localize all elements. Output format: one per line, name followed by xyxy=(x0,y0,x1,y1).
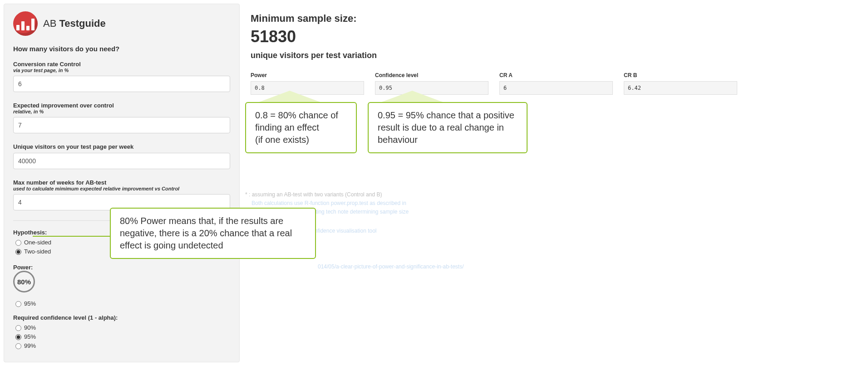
confidence-radio-99[interactable] xyxy=(15,343,21,349)
hypothesis-two-label: Two-sided xyxy=(24,248,51,255)
callout-power-explanation: 80% Power means that, if the results are… xyxy=(110,208,316,259)
visitors-label: Unique visitors on your test page per we… xyxy=(13,143,230,150)
brand-text: AB Testguide xyxy=(43,18,106,29)
visitors-input[interactable] xyxy=(13,153,230,169)
improvement-label: Expected improvement over control xyxy=(13,102,230,109)
weeks-group: Max number of weeks for AB-test used to … xyxy=(13,179,230,210)
improvement-group: Expected improvement over control relati… xyxy=(13,102,230,133)
result-number: 51830 xyxy=(251,27,850,46)
confidence-radio-95[interactable] xyxy=(15,334,21,340)
conversion-label: Conversion rate Control xyxy=(13,61,230,68)
readout-row: Power 0.8 Confidence level 0.95 CR A 6 C… xyxy=(251,72,850,95)
main-panel: Minimum sample size: 51830 unique visito… xyxy=(240,0,868,131)
triangle-decoration-1 xyxy=(258,91,321,102)
power-radio-95[interactable] xyxy=(15,301,21,307)
brand-bold: Testguide xyxy=(59,18,105,29)
page-subtitle: How many visitors do you need? xyxy=(13,45,230,53)
readout-power-label: Power xyxy=(251,72,364,78)
weeks-label: Max number of weeks for AB-test xyxy=(13,179,230,186)
brand-light: AB xyxy=(43,18,59,29)
power-95-label: 95% xyxy=(24,300,36,307)
power-option-95[interactable]: 95% xyxy=(13,300,230,307)
sidebar: AB Testguide How many visitors do you ne… xyxy=(4,4,240,362)
conversion-group: Conversion rate Control via your test pa… xyxy=(13,61,230,92)
improvement-input[interactable] xyxy=(13,117,230,133)
confidence-option-99[interactable]: 99% xyxy=(13,342,230,349)
connector-line xyxy=(33,236,114,237)
confidence-label: Required confidence level (1 - alpha): xyxy=(13,314,230,321)
confidence-99-label: 99% xyxy=(24,342,36,349)
confidence-90-label: 90% xyxy=(24,324,36,331)
faded-line-2: Both calculations use R-function power.p… xyxy=(245,199,654,208)
readout-crb-value: 6.42 xyxy=(624,81,737,95)
confidence-radio-90[interactable] xyxy=(15,325,21,331)
weeks-sublabel: used to calculate mimimum expected relat… xyxy=(13,186,230,191)
callout-power: 0.8 = 80% chance of finding an effect (i… xyxy=(245,102,357,153)
callout-confidence-text: 0.95 = 95% chance that a positive result… xyxy=(378,110,514,145)
confidence-option-90[interactable]: 90% xyxy=(13,324,230,331)
logo-icon xyxy=(13,11,38,36)
visitors-group: Unique visitors on your test page per we… xyxy=(13,143,230,169)
power-label: Power: xyxy=(13,264,230,271)
power-selected-circle: 80% xyxy=(13,271,35,292)
confidence-option-95[interactable]: 95% xyxy=(13,333,230,340)
conversion-input[interactable] xyxy=(13,76,230,92)
readout-crb: CR B 6.42 xyxy=(624,72,737,95)
readout-conf-label: Confidence level xyxy=(375,72,488,78)
readout-cra-value: 6 xyxy=(499,81,613,95)
power-row: 80% 90% 95% xyxy=(13,273,230,307)
readout-cra-label: CR A xyxy=(499,72,613,78)
improvement-sublabel: relative, in % xyxy=(13,109,230,114)
result-title: Minimum sample size: xyxy=(251,13,850,24)
readout-cra: CR A 6 xyxy=(499,72,613,95)
callout-confidence: 0.95 = 95% chance that a positive result… xyxy=(368,102,528,153)
hypothesis-radio-two[interactable] xyxy=(15,249,21,255)
conversion-sublabel: via your test page, in % xyxy=(13,68,230,73)
faded-line-1: * : assuming an AB-test with two variant… xyxy=(245,190,654,199)
faded-url: 014/05/a-clear-picture-of-power-and-sign… xyxy=(245,263,654,271)
confidence-95-label: 95% xyxy=(24,333,36,340)
callout-power-text: 0.8 = 80% chance of finding an effect (i… xyxy=(255,110,338,145)
hypothesis-radio-one[interactable] xyxy=(15,240,21,246)
hypothesis-one-label: One-sided xyxy=(24,239,51,246)
triangle-decoration-2 xyxy=(380,91,444,102)
brand-row: AB Testguide xyxy=(13,11,230,36)
readout-crb-label: CR B xyxy=(624,72,737,78)
callout-power-explanation-text: 80% Power means that, if the results are… xyxy=(120,216,292,250)
result-subtitle: unique visitors per test variation xyxy=(251,51,850,60)
